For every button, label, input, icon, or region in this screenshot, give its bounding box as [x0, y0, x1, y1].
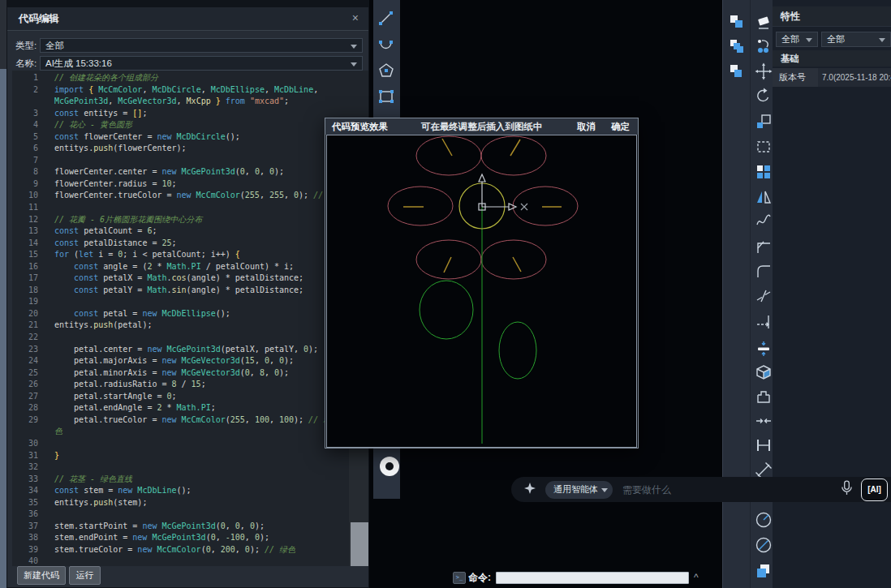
type-select[interactable]: 全部 [40, 38, 363, 53]
chevron-up-icon[interactable]: ^ [694, 572, 699, 583]
cancel-button[interactable]: 取消 [577, 121, 596, 133]
join-icon[interactable] [755, 412, 773, 430]
name-row: 名称: AI生成 15:33:16 [7, 56, 368, 71]
code-line: 31} [12, 450, 368, 462]
ai-badge[interactable]: [AI] [861, 479, 888, 501]
code-line: 30 [12, 438, 368, 450]
command-bar: >_ 命令: ^ [453, 569, 721, 586]
code-line: 33// 花茎 - 绿色直线 [12, 474, 368, 486]
desktop-edge-top [0, 0, 6, 69]
copy-icon[interactable] [728, 13, 746, 31]
code-line: 25 petal.minorAxis = new McGeVector3d(0,… [12, 367, 368, 380]
code-line: 3const entitys = []; [12, 108, 368, 120]
code-line: 13const petalCount = 6; [12, 225, 368, 238]
run-button[interactable]: 运行 [69, 566, 101, 585]
rotate-icon[interactable] [755, 87, 773, 105]
code-line: 35entitys.push(stem); [12, 497, 368, 509]
diameter-icon[interactable] [755, 536, 773, 554]
property-row[interactable]: 版本号 7.0(2025-11-18 20:48 [773, 68, 891, 87]
code-line: 4// 花心 - 黄色圆形 [12, 119, 368, 131]
chevron-down-icon [351, 45, 357, 49]
trim-icon[interactable] [755, 312, 773, 330]
code-line: 7 [12, 155, 368, 167]
code-line: 40 [12, 556, 368, 566]
code-line: 19 [12, 296, 368, 308]
name-select[interactable]: AI生成 15:33:16 [40, 56, 363, 71]
code-line: 28 petal.endAngle = 2 * Math.PI; [12, 402, 368, 414]
break-icon[interactable] [755, 287, 773, 305]
boundary-icon[interactable] [755, 388, 773, 406]
code-line: 23 petal.center = new McGePoint3d(petalX… [12, 344, 368, 356]
chevron-down-icon [351, 62, 357, 67]
code-line: 21entitys.push(petal); [12, 320, 368, 332]
move-icon[interactable] [755, 62, 773, 80]
name-label: 名称: [15, 58, 40, 70]
code-line: 24 petal.majorAxis = new McGeVector3d(15… [12, 355, 368, 367]
microphone-icon[interactable] [841, 480, 853, 499]
command-input[interactable] [496, 572, 689, 584]
mirror-icon[interactable] [755, 188, 773, 206]
measure-icon[interactable] [755, 436, 773, 454]
code-line: 色 [12, 426, 368, 438]
new-code-button[interactable]: 新建代码 [17, 566, 66, 585]
close-icon[interactable]: × [352, 11, 359, 24]
code-line: 39stem.trueColor = new McCmColor(0, 200,… [12, 544, 368, 556]
code-line: 9flowerCenter.radius = 10; [12, 178, 368, 191]
code-line: 16 const angle = (2 * Math.PI / petalCou… [12, 261, 368, 273]
copy-base-icon[interactable] [728, 37, 746, 55]
ai-prompt-input[interactable] [621, 483, 841, 496]
paste-block-icon[interactable] [728, 62, 746, 79]
properties-title: 特性 [781, 10, 800, 24]
preview-canvas[interactable] [326, 135, 637, 448]
code-line: 17 const petalX = Math.cos(angle) * peta… [12, 273, 368, 285]
erase-icon[interactable] [755, 14, 773, 32]
code-line: 2import { McCmColor, McDbCircle, McDbEll… [12, 84, 368, 97]
desktop-edge [0, 69, 6, 588]
radius-icon[interactable] [755, 511, 773, 529]
terminal-icon[interactable]: >_ [453, 572, 466, 584]
properties-header: 特性 [773, 6, 891, 27]
arc-icon[interactable] [377, 36, 395, 54]
property-label: 版本号 [773, 68, 818, 87]
orbit-icon[interactable] [755, 38, 773, 56]
code-editor-content[interactable]: 1// 创建花朵的各个组成部分2import { McCmColor, McDb… [12, 71, 368, 566]
scale-icon[interactable] [755, 113, 773, 131]
scrollbar-thumb[interactable] [351, 522, 368, 566]
ok-button[interactable]: 确定 [611, 121, 630, 133]
code-line: 37stem.startPoint = new McGePoint3d(0, 0… [12, 521, 368, 533]
chamfer-icon[interactable] [755, 262, 773, 280]
rectangle-icon[interactable] [377, 88, 395, 105]
code-line: 10flowerCenter.trueColor = new McCmColor… [12, 190, 368, 202]
code-line: 8flowerCenter.center = new McGePoint3d(0… [12, 166, 368, 178]
donut-icon[interactable] [377, 454, 402, 479]
agent-selector[interactable]: 通用智能体 [545, 481, 613, 499]
properties-filter-select[interactable]: 全部 [776, 32, 818, 47]
code-editor-title: 代码编辑 [19, 12, 59, 26]
properties-section-basic: 基础 [773, 50, 891, 67]
code-line: 15for (let i = 0; i < petalCount; i++) { [12, 249, 368, 261]
properties-object-select[interactable]: 全部 [821, 32, 891, 47]
fillet-icon[interactable] [755, 238, 773, 255]
polygon-icon[interactable] [377, 62, 395, 79]
layers-icon[interactable] [755, 562, 773, 580]
app-root: 代码编辑 × 类型: 全部 名称: AI生成 15:33:16 1// 创建花朵… [0, 0, 891, 588]
box-icon[interactable] [755, 363, 773, 381]
sparkle-icon [524, 483, 536, 497]
preview-window: 代码预览效果 可在最终调整后插入到图纸中 取消 确定 [325, 118, 639, 449]
spline-icon[interactable] [755, 212, 773, 230]
extend-icon[interactable] [755, 340, 773, 358]
code-line: 27 petal.startAngle = 0; [12, 391, 368, 403]
code-editor-panel: 代码编辑 × 类型: 全部 名称: AI生成 15:33:16 1// 创建花朵… [6, 6, 369, 588]
code-line: 11 [12, 202, 368, 214]
preview-titlebar[interactable]: 代码预览效果 可在最终调整后插入到图纸中 取消 确定 [325, 118, 638, 135]
code-line: 1// 创建花朵的各个组成部分 [12, 72, 368, 84]
code-line: McGePoint3d, McGeVector3d, MxCpp } from … [12, 96, 368, 108]
type-row: 类型: 全部 [7, 38, 368, 53]
code-line: 26 petal.radiusRatio = 8 / 15; [12, 379, 368, 391]
type-label: 类型: [15, 40, 40, 52]
flower-drawing [327, 135, 636, 447]
stretch-icon[interactable] [755, 138, 773, 156]
array-icon[interactable] [755, 163, 773, 181]
chevron-down-icon [806, 38, 812, 42]
line-icon[interactable] [377, 10, 395, 28]
